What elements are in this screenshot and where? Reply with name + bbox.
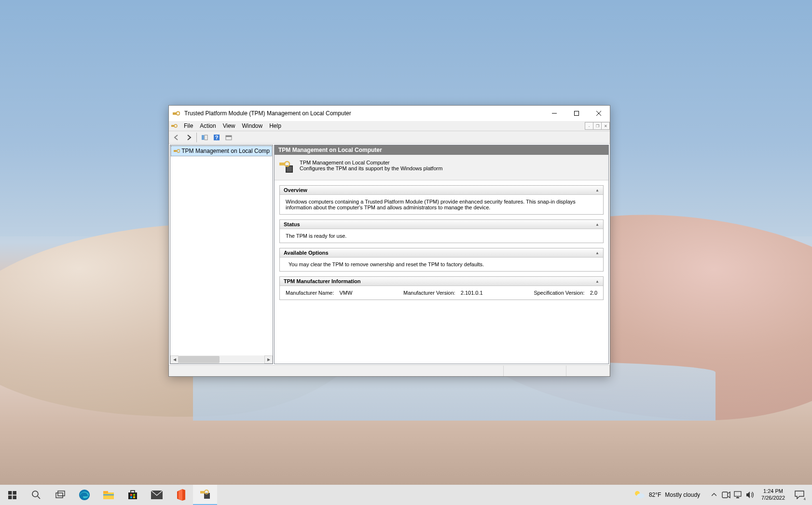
scroll-left-button[interactable]: ◀ [170, 355, 179, 364]
available-options-header[interactable]: Available Options ▲ [280, 248, 603, 258]
panel-title: TPM Manufacturer Information [284, 278, 361, 284]
taskbar: 82°F Mostly cloudy 1:24 PM 7/26/2022 4 [0, 485, 812, 505]
task-view-button[interactable] [48, 485, 72, 505]
meet-now-icon[interactable] [721, 485, 731, 505]
collapse-icon: ▲ [595, 222, 599, 227]
taskbar-app-mail[interactable] [145, 485, 169, 505]
weather-temp: 82°F [649, 491, 661, 498]
maximize-button[interactable] [565, 106, 588, 121]
status-header[interactable]: Status ▲ [280, 220, 603, 229]
svg-point-43 [637, 493, 645, 498]
svg-rect-35 [133, 494, 135, 496]
svg-rect-32 [128, 492, 137, 499]
panel-title: Available Options [284, 250, 329, 256]
scroll-track[interactable] [179, 355, 264, 364]
svg-rect-44 [722, 492, 728, 498]
svg-rect-14 [174, 150, 177, 152]
collapse-icon: ▲ [595, 279, 599, 284]
collapse-icon: ▲ [595, 188, 599, 192]
svg-rect-13 [226, 136, 232, 137]
taskbar-app-tpm-management[interactable] [193, 485, 217, 505]
manufacturer-header[interactable]: TPM Manufacturer Information ▲ [280, 277, 603, 286]
mdi-restore-button[interactable]: ❐ [593, 122, 602, 130]
clock-time: 1:24 PM [761, 488, 785, 495]
back-button[interactable] [171, 132, 182, 143]
tpm-key-icon [171, 123, 179, 129]
status-cell [169, 366, 504, 376]
spec-version-label: Specification Version: [534, 290, 584, 296]
svg-rect-33 [131, 491, 135, 493]
manufacturer-panel: TPM Manufacturer Information ▲ Manufactu… [279, 276, 604, 300]
status-cell [504, 366, 566, 376]
menubar: File Action View Window Help ‐ ❐ ✕ [169, 121, 610, 131]
scroll-right-button[interactable]: ▶ [264, 355, 273, 364]
status-cell [566, 366, 610, 376]
overview-header[interactable]: Overview ▲ [280, 186, 603, 195]
toolbar-separator [196, 133, 197, 142]
toolbar: ? [169, 131, 610, 144]
mfr-version-value: 2.101.0.1 [461, 290, 483, 296]
tree-item-tpm-management[interactable]: TPM Management on Local Comp [171, 146, 272, 156]
volume-icon[interactable] [745, 485, 756, 505]
tree-horizontal-scrollbar[interactable]: ◀ ▶ [170, 355, 273, 364]
menu-file[interactable]: File [180, 121, 196, 131]
tray-overflow-button[interactable] [709, 485, 719, 505]
intro-line2: Configures the TPM and its support by th… [300, 165, 442, 171]
tree-item-label: TPM Management on Local Comp [181, 148, 270, 154]
svg-rect-29 [103, 492, 114, 499]
taskbar-app-microsoft-store[interactable] [121, 485, 145, 505]
svg-point-24 [32, 491, 38, 497]
mdi-minimize-button[interactable]: ‐ [585, 122, 593, 130]
notification-count: 4 [804, 497, 806, 501]
svg-rect-30 [103, 491, 108, 493]
statusbar [169, 365, 610, 376]
new-window-button[interactable] [223, 132, 234, 143]
collapse-icon: ▲ [595, 251, 599, 255]
console-tree[interactable]: TPM Management on Local Comp ◀ ▶ [170, 145, 273, 364]
svg-rect-6 [171, 125, 174, 127]
overview-panel: Overview ▲ Windows computers containing … [279, 185, 604, 215]
svg-rect-34 [130, 494, 132, 496]
mdi-close-button[interactable]: ✕ [601, 122, 610, 130]
clock[interactable]: 1:24 PM 7/26/2022 [757, 488, 789, 502]
taskbar-app-edge[interactable] [72, 485, 96, 505]
menu-view[interactable]: View [220, 121, 239, 131]
mfr-name-label: Manufacturer Name: [286, 290, 334, 296]
action-center-button[interactable]: 4 [789, 485, 810, 505]
svg-point-15 [177, 150, 180, 152]
tpm-key-icon [173, 147, 180, 155]
tpm-key-icon [172, 109, 182, 117]
available-options-body: You may clear the TPM to remove ownershi… [280, 258, 603, 271]
taskbar-app-office[interactable] [169, 485, 193, 505]
forward-button[interactable] [183, 132, 194, 143]
svg-text:?: ? [215, 135, 219, 140]
svg-rect-17 [287, 166, 292, 172]
svg-rect-8 [202, 135, 204, 140]
scroll-thumb[interactable] [179, 356, 220, 363]
weather-widget[interactable]: 82°F Mostly cloudy [627, 490, 707, 500]
svg-rect-9 [205, 135, 207, 140]
show-hide-tree-button[interactable] [199, 132, 210, 143]
svg-rect-26 [56, 493, 63, 498]
panel-title: Status [284, 221, 300, 227]
menu-help[interactable]: Help [266, 121, 285, 131]
svg-rect-27 [58, 491, 65, 496]
window-title: Trusted Platform Module (TPM) Management… [184, 110, 543, 117]
available-options-panel: Available Options ▲ You may clear the TP… [279, 248, 604, 272]
status-body: The TPM is ready for use. [280, 229, 603, 243]
close-button[interactable] [588, 106, 610, 121]
network-icon[interactable] [733, 485, 743, 505]
titlebar[interactable]: Trusted Platform Module (TPM) Management… [169, 106, 610, 121]
menu-action[interactable]: Action [196, 121, 219, 131]
search-button[interactable] [24, 485, 48, 505]
svg-rect-22 [8, 495, 12, 499]
intro-section: TPM Management on Local Computer Configu… [275, 155, 608, 180]
minimize-button[interactable] [543, 106, 565, 121]
menu-window[interactable]: Window [239, 121, 266, 131]
status-panel: Status ▲ The TPM is ready for use. [279, 219, 604, 243]
overview-body: Windows computers containing a Trusted P… [280, 195, 603, 214]
svg-rect-31 [103, 494, 114, 495]
start-button[interactable] [0, 485, 24, 505]
help-button[interactable]: ? [211, 132, 222, 143]
taskbar-app-file-explorer[interactable] [96, 485, 121, 505]
